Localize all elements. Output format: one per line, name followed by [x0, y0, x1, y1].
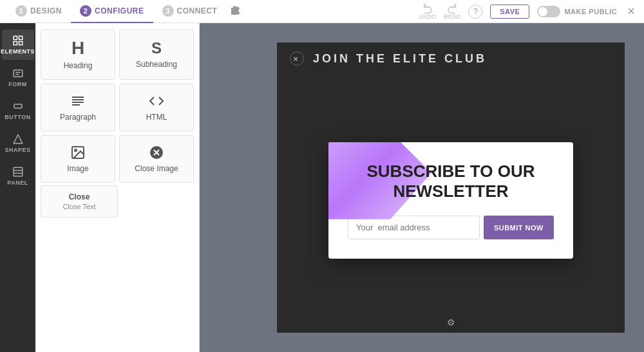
sidebar-elements-label: ELEMENTS	[1, 48, 35, 55]
subheading-label: Subheading	[136, 60, 177, 69]
svg-rect-4	[14, 70, 23, 77]
sidebar-item-form[interactable]: FORM	[2, 62, 34, 93]
paragraph-label: Paragraph	[60, 113, 96, 122]
subscribe-modal: SUBSCRIBE TO OUR NEWSLETTER SUBMIT NOW	[328, 142, 573, 259]
image-icon	[70, 145, 86, 160]
element-tile-image[interactable]: Image	[41, 135, 115, 183]
element-tile-close-image[interactable]: Close Image	[119, 135, 194, 183]
paragraph-icon	[70, 93, 86, 109]
svg-rect-2	[14, 42, 17, 45]
element-tile-subheading[interactable]: S Subheading	[119, 30, 194, 80]
nav-right: UNDO REDO ? SAVE MAKE PUBLIC ×	[419, 3, 638, 20]
close-image-icon	[149, 145, 164, 160]
make-public-label: MAKE PUBLIC	[564, 8, 617, 15]
nav-step-connect[interactable]: 3 CONNECT	[153, 0, 227, 23]
svg-rect-0	[14, 36, 17, 39]
svg-point-17	[75, 149, 77, 151]
nav-step-configure[interactable]: 2 CONFIGURE	[71, 0, 153, 23]
close-image-label: Close Image	[135, 164, 178, 173]
undo-button[interactable]: UNDO	[419, 3, 437, 20]
svg-rect-7	[14, 104, 22, 108]
sidebar-item-panel[interactable]: PANEL	[2, 161, 34, 191]
main-area: ELEMENTS FORM BUTTON SHAPES	[0, 23, 644, 352]
element-tile-heading[interactable]: H Heading	[41, 30, 115, 80]
sidebar-shapes-label: SHAPES	[5, 147, 30, 153]
elements-panel: H Heading S Subheading Paragraph	[35, 23, 200, 352]
canvas-gear-icon[interactable]: ⚙	[447, 317, 455, 328]
help-button[interactable]: ?	[468, 5, 482, 19]
subscribe-heading: SUBSCRIBE TO OUR NEWSLETTER	[348, 162, 554, 201]
canvas-area[interactable]: × JOIN THE ELITE CLUB SUBSCRIBE TO OUR N…	[200, 23, 644, 352]
nav-step-design[interactable]: 1 DESIGN	[6, 0, 71, 23]
image-label: Image	[67, 164, 88, 173]
svg-rect-3	[19, 42, 22, 45]
toggle-knob	[538, 7, 547, 16]
heading-label: Heading	[64, 61, 93, 70]
panel-icon	[12, 166, 24, 178]
left-sidebar: ELEMENTS FORM BUTTON SHAPES	[0, 23, 35, 352]
sidebar-item-button[interactable]: BUTTON	[2, 95, 34, 125]
save-button[interactable]: SAVE	[490, 5, 529, 19]
step-num-1: 1	[15, 5, 27, 17]
step-label-configure: CONFIGURE	[95, 6, 144, 15]
svg-rect-1	[19, 36, 22, 39]
html-label: HTML	[146, 113, 167, 122]
sidebar-panel-label: PANEL	[7, 180, 28, 186]
sidebar-item-shapes[interactable]: SHAPES	[2, 128, 34, 158]
form-icon	[12, 68, 24, 79]
svg-rect-9	[14, 167, 23, 176]
element-tile-html[interactable]: HTML	[119, 84, 194, 131]
shapes-icon	[12, 133, 24, 145]
step-label-design: DESIGN	[30, 6, 62, 15]
step-num-2: 2	[80, 5, 91, 17]
popup-outer: × JOIN THE ELITE CLUB SUBSCRIBE TO OUR N…	[277, 42, 625, 333]
html-icon	[149, 93, 164, 109]
popup-title-text: JOIN THE ELITE CLUB	[313, 52, 487, 66]
step-num-3: 3	[162, 5, 174, 17]
submit-button[interactable]: SUBMIT NOW	[484, 216, 554, 239]
element-tile-close[interactable]: Close Close Text	[41, 185, 118, 218]
popup-title-bar: × JOIN THE ELITE CLUB	[277, 42, 625, 75]
redo-button[interactable]: REDO	[444, 3, 460, 20]
close-tile-sublabel: Close Text	[62, 203, 95, 210]
sidebar-form-label: FORM	[8, 81, 27, 88]
subheading-icon: S	[151, 41, 162, 56]
button-icon	[12, 100, 24, 112]
elements-icon	[12, 35, 24, 46]
undo-label: UNDO	[419, 14, 437, 20]
subscribe-form: SUBMIT NOW	[348, 216, 554, 239]
close-tile-row: Close Close Text	[41, 185, 194, 218]
popup-close-icon[interactable]: ×	[290, 51, 304, 66]
make-public-toggle-row: MAKE PUBLIC	[537, 6, 617, 17]
redo-label: REDO	[444, 14, 460, 20]
svg-marker-8	[14, 134, 23, 144]
email-input[interactable]	[348, 216, 480, 239]
close-tile-label: Close	[69, 192, 90, 201]
nav-steps: 1 DESIGN 2 CONFIGURE 3 CONNECT	[6, 0, 245, 23]
element-tile-paragraph[interactable]: Paragraph	[41, 84, 115, 131]
sidebar-button-label: BUTTON	[5, 114, 30, 120]
make-public-toggle[interactable]	[537, 6, 560, 17]
sidebar-item-elements[interactable]: ELEMENTS	[2, 30, 34, 60]
elements-grid: H Heading S Subheading Paragraph	[41, 30, 194, 183]
step-label-connect: CONNECT	[177, 6, 218, 15]
settings-gear-icon[interactable]	[226, 6, 245, 17]
top-nav: 1 DESIGN 2 CONFIGURE 3 CONNECT UNDO	[0, 0, 644, 23]
heading-icon: H	[71, 39, 84, 57]
close-window-button[interactable]: ×	[625, 4, 638, 19]
